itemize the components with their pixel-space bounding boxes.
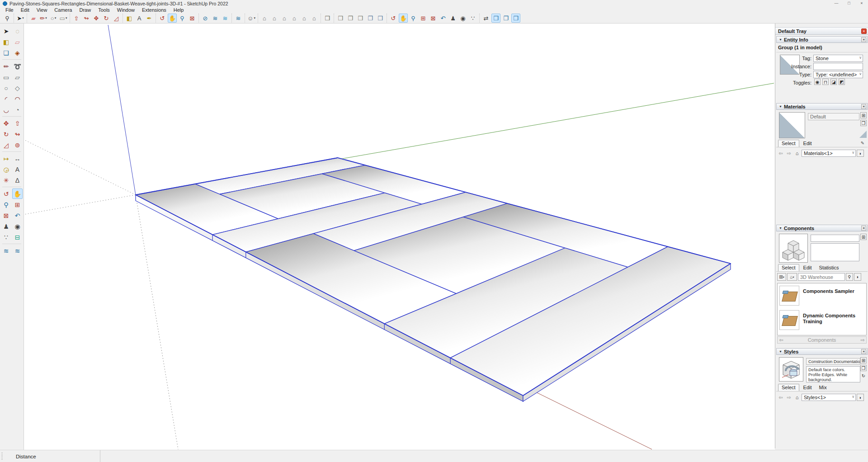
orbit-icon[interactable]: ↺ — [158, 14, 167, 23]
rotate-tool[interactable]: ↻ — [1, 129, 11, 139]
circle-tool[interactable]: ○ — [1, 83, 11, 93]
collapse-icon[interactable]: ▼ — [779, 105, 782, 108]
view-iso-icon[interactable]: ⌂ — [260, 14, 269, 23]
axes-tool[interactable]: ✳ — [1, 175, 11, 185]
style-builder-icon[interactable]: ❒ — [860, 365, 867, 371]
freehand-tool[interactable]: ➰ — [12, 61, 23, 71]
view-options-icon[interactable]: ⊞▾ — [777, 273, 786, 281]
protractor-tool[interactable]: ◶ — [1, 164, 11, 174]
entity-info-close-icon[interactable]: × — [861, 37, 866, 42]
section-plane-icon[interactable]: ⊘ — [201, 14, 210, 23]
section-fill-tool[interactable]: ≋ — [1, 245, 11, 256]
zoom-extents2-icon[interactable]: ⊠ — [429, 14, 438, 23]
tray-title-bar[interactable]: Default Tray × — [775, 27, 868, 35]
tray-close-icon[interactable]: × — [861, 28, 867, 34]
collapse-icon[interactable]: ▼ — [779, 350, 782, 353]
warehouse-search-input[interactable] — [798, 273, 845, 281]
zoom-icon[interactable]: ⚲ — [178, 14, 187, 23]
section-plane-tool[interactable]: ⊟ — [12, 232, 23, 242]
display-section-fills-icon[interactable]: ≋ — [211, 14, 220, 23]
view-left-icon[interactable]: ⌂ — [310, 14, 319, 23]
scale-tool[interactable]: ◿ — [1, 140, 11, 150]
refresh-icon[interactable]: ↻ — [860, 372, 867, 379]
materials-header[interactable]: ▼ Materials × — [776, 103, 868, 110]
search-icon[interactable]: ⚲ — [846, 273, 853, 281]
rotated-rectangle-tool[interactable]: ▱ — [12, 72, 23, 82]
view-top-icon[interactable]: ⌂ — [270, 14, 279, 23]
styles-close-icon[interactable]: × — [861, 349, 866, 354]
move-icon[interactable]: ✥ — [92, 14, 101, 23]
details-arrow-icon[interactable]: ◗ — [857, 150, 864, 157]
materials-close-icon[interactable]: × — [861, 104, 866, 109]
instance-input[interactable] — [813, 63, 863, 70]
monochrome-icon[interactable]: ❒ — [511, 14, 520, 23]
materials-tab-select[interactable]: Select — [778, 140, 799, 147]
offset-tool[interactable]: ⊚ — [12, 140, 23, 150]
sample-paint-eyedropper-icon[interactable]: ✎ — [859, 140, 866, 146]
push-pull-tool[interactable]: ⇧ — [12, 118, 23, 128]
component-name-field[interactable] — [811, 235, 859, 242]
move-tool[interactable]: ✥ — [1, 118, 11, 128]
back-arrow-icon[interactable]: ⇦ — [777, 150, 784, 157]
details-arrow-icon[interactable]: ◗ — [854, 273, 861, 281]
section-cut-tool[interactable]: ≋ — [12, 245, 23, 256]
styles-tab-select[interactable]: Select — [778, 384, 799, 391]
text-icon[interactable]: A — [135, 14, 144, 23]
select-icon[interactable]: ➤▾ — [16, 14, 25, 23]
styles-header[interactable]: ▼ Styles × — [776, 348, 868, 355]
paint-bucket-icon[interactable]: ◧ — [125, 14, 134, 23]
dimension-tool[interactable]: ↔ — [12, 153, 23, 164]
view-right-icon[interactable]: ⌂ — [290, 14, 299, 23]
zoom-window-tool[interactable]: ⊞ — [12, 199, 23, 210]
secondary-pane-icon[interactable]: ⊞ — [860, 112, 867, 118]
previous-view-icon[interactable]: ↶ — [439, 14, 448, 23]
collapse-icon[interactable]: ▼ — [779, 38, 782, 41]
display-section-cuts-icon[interactable]: ≋ — [234, 14, 243, 23]
menu-file[interactable]: File — [2, 7, 17, 13]
materials-tab-edit[interactable]: Edit — [800, 140, 815, 147]
menu-view[interactable]: View — [33, 7, 51, 13]
push-pull-icon[interactable]: ⇧ — [72, 14, 81, 23]
eraser-icon[interactable]: ▰ — [29, 14, 38, 23]
components-close-icon[interactable]: × — [861, 226, 866, 231]
rectangle-tool[interactable]: ▭ — [1, 72, 11, 82]
components-tab-statistics[interactable]: Statistics — [816, 264, 842, 271]
styles-collection-combobox[interactable]: Styles<1>∨ — [802, 394, 856, 401]
home-icon[interactable]: ⌂ — [793, 150, 801, 157]
pie-tool[interactable]: ◔ — [12, 104, 23, 115]
component-tool-icon[interactable]: ❒ — [323, 14, 332, 23]
share-model-icon[interactable]: ❒ — [336, 14, 345, 23]
arc-tool[interactable]: ◜ — [1, 94, 11, 104]
tag-combobox[interactable]: Stone∨ — [813, 55, 863, 62]
menu-camera[interactable]: Camera — [51, 7, 75, 13]
view-back-icon[interactable]: ⌂ — [300, 14, 309, 23]
previous-view-tool[interactable]: ↶ — [12, 210, 23, 221]
shapes-icon[interactable]: ○▾ — [49, 14, 58, 23]
pan2-icon[interactable]: ✋ — [399, 14, 408, 23]
scale-icon[interactable]: ◿ — [112, 14, 121, 23]
look-around-tool[interactable]: ◉ — [12, 221, 23, 231]
orbit2-icon[interactable]: ↺ — [389, 14, 398, 23]
eyedropper-icon[interactable]: ✒ — [145, 14, 154, 23]
menu-draw[interactable]: Draw — [75, 7, 94, 13]
home-icon[interactable]: ⌂▾ — [787, 273, 797, 281]
drag-grip-icon[interactable] — [1, 453, 3, 461]
polygon-tool[interactable]: ◇ — [12, 83, 23, 93]
text-tool[interactable]: A — [12, 164, 23, 174]
components-header[interactable]: ▼ Components × — [776, 225, 868, 231]
follow-me-icon[interactable]: ↬ — [82, 14, 91, 23]
rectangle-icon[interactable]: ▭▾ — [59, 14, 68, 23]
components-tab-select[interactable]: Select — [778, 264, 799, 271]
position-camera-tool[interactable]: ♟ — [1, 221, 11, 231]
eraser-tool[interactable]: ▱ — [12, 37, 23, 47]
zoom-extents-icon[interactable]: ⊠ — [188, 14, 197, 23]
close-button[interactable]: × — [855, 0, 868, 7]
locked-toggle-icon[interactable]: ⊓ — [822, 79, 829, 85]
display-section-planes-icon[interactable]: ≋ — [221, 14, 230, 23]
details-arrow-icon[interactable]: ◗ — [857, 394, 864, 401]
components-tab-edit[interactable]: Edit — [800, 264, 815, 271]
share-component-icon[interactable]: ❐ — [346, 14, 355, 23]
upload-model-icon[interactable]: ❐ — [366, 14, 375, 23]
make-component-tool[interactable]: ❏ — [1, 47, 11, 58]
rotate-icon[interactable]: ↻ — [102, 14, 111, 23]
